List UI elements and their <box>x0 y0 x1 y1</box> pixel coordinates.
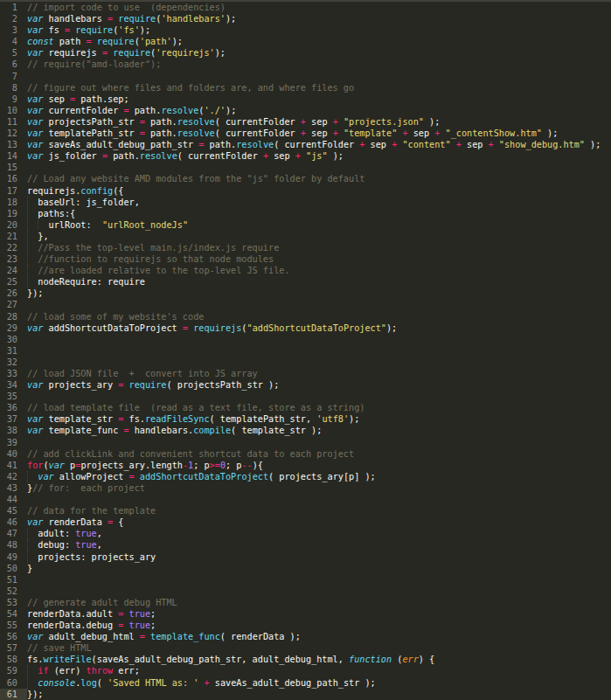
line-number[interactable]: 17 <box>0 185 27 197</box>
line-number[interactable]: 32 <box>0 357 27 368</box>
line-number[interactable]: 37 <box>0 413 27 425</box>
line-number[interactable]: 14 <box>0 150 27 162</box>
code-text[interactable]: if (err) throw err; <box>27 665 611 676</box>
code-line[interactable]: 34var projects_ary = require( projectsPa… <box>0 379 611 391</box>
line-number[interactable]: 35 <box>0 391 27 402</box>
code-line[interactable]: 8// figure out where files and folders a… <box>0 82 611 94</box>
code-line[interactable]: 29var addShortcutDataToProject = require… <box>0 322 611 334</box>
code-line[interactable]: 30 <box>0 334 611 345</box>
code-line[interactable]: 39 <box>0 437 611 448</box>
line-number[interactable]: 45 <box>0 505 27 516</box>
code-text[interactable]: debug: true, <box>27 539 611 551</box>
code-text[interactable]: var templatePath_str = path.resolve( cur… <box>27 128 611 139</box>
code-text[interactable]: //are loaded relative to the top-level J… <box>27 265 611 276</box>
line-number[interactable]: 48 <box>0 539 27 551</box>
code-text[interactable]: renderData.adult = true; <box>27 608 611 620</box>
line-number[interactable]: 10 <box>0 105 27 116</box>
code-line[interactable]: 37var template_str = fs.readFileSync( te… <box>0 413 611 425</box>
code-line[interactable]: 4const path = require('path'); <box>0 36 611 47</box>
code-text[interactable]: baseUrl: js_folder, <box>27 197 611 208</box>
line-number[interactable]: 44 <box>0 494 27 505</box>
line-number[interactable]: 2 <box>0 13 27 24</box>
line-number[interactable]: 5 <box>0 47 27 59</box>
line-number[interactable]: 46 <box>0 516 27 528</box>
code-line[interactable]: 54renderData.adult = true; <box>0 608 611 620</box>
line-number[interactable]: 25 <box>0 276 27 288</box>
code-text[interactable]: paths:{ <box>27 208 611 219</box>
code-line[interactable]: 6// require("amd-loader"); <box>0 59 611 70</box>
code-text[interactable]: urlRoot: "urlRoot_nodeJs" <box>27 219 611 231</box>
line-number[interactable]: 52 <box>0 586 27 597</box>
code-text[interactable]: }// for: each project <box>27 482 611 494</box>
code-text[interactable]: var fs = require('fs'); <box>27 24 611 36</box>
code-line[interactable]: 22 //Pass the top-level main.js/index.js… <box>0 242 611 253</box>
code-line[interactable]: 21 }, <box>0 231 611 242</box>
code-line[interactable]: 7 <box>0 71 611 82</box>
code-text[interactable]: // load template file (read as a text fi… <box>27 402 611 413</box>
line-number[interactable]: 38 <box>0 425 27 436</box>
code-text[interactable] <box>27 345 611 357</box>
code-line[interactable]: 41for(var p=projects_ary.length-1; p>=0;… <box>0 460 611 471</box>
code-text[interactable] <box>27 299 611 310</box>
code-line[interactable]: 16// Load any website AMD modules from t… <box>0 173 611 184</box>
code-text[interactable]: var allowProject = addShortcutDataToProj… <box>27 471 611 482</box>
code-line[interactable]: 13var saveAs_adult_debug_path_str = path… <box>0 139 611 150</box>
code-line[interactable]: 47 adult: true, <box>0 528 611 539</box>
line-number[interactable]: 57 <box>0 642 27 654</box>
code-text[interactable]: var projects_ary = require( projectsPath… <box>27 379 611 391</box>
line-number[interactable]: 27 <box>0 299 27 310</box>
line-number[interactable]: 47 <box>0 528 27 539</box>
line-number[interactable]: 55 <box>0 620 27 631</box>
code-text[interactable]: var template_str = fs.readFileSync( temp… <box>27 413 611 425</box>
line-number[interactable]: 50 <box>0 563 27 574</box>
line-number[interactable]: 15 <box>0 162 27 173</box>
code-text[interactable]: // import code to use (dependencies) <box>27 2 611 13</box>
line-number[interactable]: 51 <box>0 574 27 586</box>
code-line[interactable]: 58fs.writeFile(saveAs_adult_debug_path_s… <box>0 654 611 665</box>
code-text[interactable]: adult: true, <box>27 528 611 539</box>
line-number[interactable]: 41 <box>0 460 27 471</box>
code-line[interactable]: 43}// for: each project <box>0 482 611 494</box>
line-number[interactable]: 40 <box>0 448 27 460</box>
line-number[interactable]: 43 <box>0 482 27 494</box>
code-line[interactable]: 49 projects: projects_ary <box>0 551 611 563</box>
code-line[interactable]: 36// load template file (read as a text … <box>0 402 611 413</box>
code-text[interactable]: var sep = path.sep; <box>27 94 611 105</box>
code-text[interactable]: // load JSON file + convert into JS arra… <box>27 368 611 379</box>
line-number[interactable]: 34 <box>0 379 27 391</box>
line-number[interactable]: 3 <box>0 24 27 36</box>
line-number[interactable]: 30 <box>0 334 27 345</box>
line-number[interactable]: 19 <box>0 208 27 219</box>
line-number[interactable]: 20 <box>0 219 27 231</box>
code-line[interactable]: 48 debug: true, <box>0 539 611 551</box>
code-text[interactable]: // load some of my website's code <box>27 311 611 322</box>
code-line[interactable]: 60 console.log( 'Saved HTML as: ' + save… <box>0 677 611 689</box>
code-line[interactable]: 17requirejs.config({ <box>0 185 611 197</box>
code-line[interactable]: 55renderData.debug = true; <box>0 620 611 631</box>
code-text[interactable]: // add clickLink and convenient shortcut… <box>27 448 611 460</box>
code-text[interactable] <box>27 71 611 82</box>
line-number[interactable]: 58 <box>0 654 27 665</box>
code-line[interactable]: 2var handlebars = require('handlebars'); <box>0 13 611 24</box>
code-line[interactable]: 52 <box>0 586 611 597</box>
code-text[interactable]: var projectsPath_str = path.resolve( cur… <box>27 116 611 128</box>
line-number[interactable]: 23 <box>0 253 27 265</box>
code-text[interactable]: //function to requirejs so that node mod… <box>27 253 611 265</box>
line-number[interactable]: 53 <box>0 597 27 608</box>
code-line[interactable]: 32 <box>0 357 611 368</box>
code-line[interactable]: 38var template_func = handlebars.compile… <box>0 425 611 436</box>
line-number[interactable]: 54 <box>0 608 27 620</box>
line-number[interactable]: 56 <box>0 631 27 642</box>
line-number[interactable]: 18 <box>0 197 27 208</box>
code-text[interactable]: // figure out where files and folders ar… <box>27 82 611 94</box>
code-line[interactable]: 11var projectsPath_str = path.resolve( c… <box>0 116 611 128</box>
code-text[interactable]: var renderData = { <box>27 516 611 528</box>
line-number[interactable]: 42 <box>0 471 27 482</box>
line-number[interactable]: 29 <box>0 322 27 334</box>
line-number[interactable]: 12 <box>0 128 27 139</box>
code-line[interactable]: 31 <box>0 345 611 357</box>
line-number[interactable]: 22 <box>0 242 27 253</box>
code-text[interactable]: // data for the template <box>27 505 611 516</box>
code-text[interactable]: }); <box>27 689 611 700</box>
code-line[interactable]: 53// generate adult debug HTML <box>0 597 611 608</box>
